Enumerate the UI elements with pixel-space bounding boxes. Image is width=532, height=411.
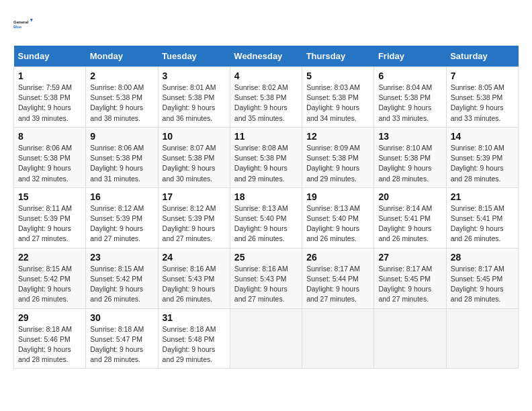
calendar-cell: 8Sunrise: 8:06 AM Sunset: 5:38 PM Daylig… bbox=[14, 127, 86, 187]
day-number: 9 bbox=[90, 131, 153, 142]
svg-text:Blue: Blue bbox=[13, 25, 21, 29]
calendar-cell: 29Sunrise: 8:18 AM Sunset: 5:46 PM Dayli… bbox=[14, 308, 86, 369]
calendar-cell: 28Sunrise: 8:17 AM Sunset: 5:45 PM Dayli… bbox=[446, 248, 518, 308]
calendar-cell: 21Sunrise: 8:15 AM Sunset: 5:41 PM Dayli… bbox=[446, 187, 518, 248]
calendar-cell: 13Sunrise: 8:10 AM Sunset: 5:38 PM Dayli… bbox=[374, 127, 446, 187]
day-info: Sunrise: 8:17 AM Sunset: 5:45 PM Dayligh… bbox=[451, 264, 514, 305]
day-info: Sunrise: 8:06 AM Sunset: 5:38 PM Dayligh… bbox=[18, 143, 81, 184]
day-info: Sunrise: 8:17 AM Sunset: 5:44 PM Dayligh… bbox=[306, 264, 369, 305]
weekday-friday: Friday bbox=[374, 46, 446, 67]
calendar-cell: 10Sunrise: 8:07 AM Sunset: 5:38 PM Dayli… bbox=[158, 127, 230, 187]
day-info: Sunrise: 8:10 AM Sunset: 5:38 PM Dayligh… bbox=[378, 143, 441, 184]
day-info: Sunrise: 8:16 AM Sunset: 5:43 PM Dayligh… bbox=[234, 264, 298, 305]
day-number: 10 bbox=[163, 131, 226, 142]
day-info: Sunrise: 8:13 AM Sunset: 5:40 PM Dayligh… bbox=[306, 203, 369, 244]
calendar-cell: 9Sunrise: 8:06 AM Sunset: 5:38 PM Daylig… bbox=[86, 127, 158, 187]
day-number: 8 bbox=[18, 131, 81, 142]
calendar-cell: 4Sunrise: 8:02 AM Sunset: 5:38 PM Daylig… bbox=[230, 67, 302, 128]
day-info: Sunrise: 8:16 AM Sunset: 5:43 PM Dayligh… bbox=[163, 264, 226, 305]
day-number: 4 bbox=[234, 71, 298, 81]
day-number: 23 bbox=[90, 252, 153, 263]
day-number: 11 bbox=[234, 131, 298, 142]
day-number: 28 bbox=[451, 252, 514, 263]
calendar-cell: 3Sunrise: 8:01 AM Sunset: 5:38 PM Daylig… bbox=[158, 67, 230, 128]
calendar-body: 1Sunrise: 7:59 AM Sunset: 5:38 PM Daylig… bbox=[14, 67, 519, 369]
day-info: Sunrise: 7:59 AM Sunset: 5:38 PM Dayligh… bbox=[18, 83, 81, 124]
svg-text:General: General bbox=[13, 20, 29, 24]
logo: GeneralBlue bbox=[13, 13, 35, 35]
weekday-sunday: Sunday bbox=[14, 46, 86, 67]
day-number: 17 bbox=[163, 191, 226, 202]
day-number: 13 bbox=[378, 131, 441, 142]
calendar-cell: 18Sunrise: 8:13 AM Sunset: 5:40 PM Dayli… bbox=[230, 187, 302, 248]
calendar-cell: 15Sunrise: 8:11 AM Sunset: 5:39 PM Dayli… bbox=[14, 187, 86, 248]
day-info: Sunrise: 8:12 AM Sunset: 5:39 PM Dayligh… bbox=[163, 203, 226, 244]
calendar-cell: 17Sunrise: 8:12 AM Sunset: 5:39 PM Dayli… bbox=[158, 187, 230, 248]
day-info: Sunrise: 8:04 AM Sunset: 5:38 PM Dayligh… bbox=[378, 83, 441, 124]
page-header: GeneralBlue bbox=[13, 13, 519, 35]
day-number: 20 bbox=[378, 191, 441, 202]
day-info: Sunrise: 8:12 AM Sunset: 5:39 PM Dayligh… bbox=[90, 203, 153, 244]
day-info: Sunrise: 8:10 AM Sunset: 5:39 PM Dayligh… bbox=[451, 143, 514, 184]
calendar-cell: 26Sunrise: 8:17 AM Sunset: 5:44 PM Dayli… bbox=[302, 248, 374, 308]
day-info: Sunrise: 8:03 AM Sunset: 5:38 PM Dayligh… bbox=[306, 83, 369, 124]
calendar-cell: 11Sunrise: 8:08 AM Sunset: 5:38 PM Dayli… bbox=[230, 127, 302, 187]
weekday-tuesday: Tuesday bbox=[158, 46, 230, 67]
day-number: 25 bbox=[234, 252, 298, 263]
calendar-cell: 12Sunrise: 8:09 AM Sunset: 5:38 PM Dayli… bbox=[302, 127, 374, 187]
day-number: 3 bbox=[163, 71, 226, 81]
day-number: 24 bbox=[163, 252, 226, 263]
day-number: 5 bbox=[306, 71, 369, 81]
day-info: Sunrise: 8:08 AM Sunset: 5:38 PM Dayligh… bbox=[234, 143, 298, 184]
calendar-cell: 5Sunrise: 8:03 AM Sunset: 5:38 PM Daylig… bbox=[302, 67, 374, 128]
calendar-cell bbox=[374, 308, 446, 369]
day-number: 30 bbox=[90, 312, 153, 323]
day-info: Sunrise: 8:14 AM Sunset: 5:41 PM Dayligh… bbox=[378, 203, 441, 244]
calendar-cell: 2Sunrise: 8:00 AM Sunset: 5:38 PM Daylig… bbox=[86, 67, 158, 128]
day-number: 18 bbox=[234, 191, 298, 202]
week-row-4: 22Sunrise: 8:15 AM Sunset: 5:42 PM Dayli… bbox=[14, 248, 519, 308]
logo-icon: GeneralBlue bbox=[13, 13, 35, 35]
day-number: 29 bbox=[18, 312, 81, 323]
week-row-5: 29Sunrise: 8:18 AM Sunset: 5:46 PM Dayli… bbox=[14, 308, 519, 369]
week-row-1: 1Sunrise: 7:59 AM Sunset: 5:38 PM Daylig… bbox=[14, 67, 519, 128]
day-info: Sunrise: 8:05 AM Sunset: 5:38 PM Dayligh… bbox=[451, 83, 514, 124]
day-info: Sunrise: 8:07 AM Sunset: 5:38 PM Dayligh… bbox=[163, 143, 226, 184]
calendar-cell: 20Sunrise: 8:14 AM Sunset: 5:41 PM Dayli… bbox=[374, 187, 446, 248]
day-number: 31 bbox=[163, 312, 226, 323]
calendar-cell: 19Sunrise: 8:13 AM Sunset: 5:40 PM Dayli… bbox=[302, 187, 374, 248]
day-info: Sunrise: 8:01 AM Sunset: 5:38 PM Dayligh… bbox=[163, 83, 226, 124]
day-info: Sunrise: 8:15 AM Sunset: 5:42 PM Dayligh… bbox=[90, 264, 153, 305]
calendar-cell: 27Sunrise: 8:17 AM Sunset: 5:45 PM Dayli… bbox=[374, 248, 446, 308]
day-info: Sunrise: 8:15 AM Sunset: 5:42 PM Dayligh… bbox=[18, 264, 81, 305]
week-row-3: 15Sunrise: 8:11 AM Sunset: 5:39 PM Dayli… bbox=[14, 187, 519, 248]
day-number: 7 bbox=[451, 71, 514, 81]
calendar-cell bbox=[230, 308, 302, 369]
day-number: 6 bbox=[378, 71, 441, 81]
calendar-cell: 22Sunrise: 8:15 AM Sunset: 5:42 PM Dayli… bbox=[14, 248, 86, 308]
calendar-cell: 14Sunrise: 8:10 AM Sunset: 5:39 PM Dayli… bbox=[446, 127, 518, 187]
calendar-cell: 25Sunrise: 8:16 AM Sunset: 5:43 PM Dayli… bbox=[230, 248, 302, 308]
calendar-cell: 24Sunrise: 8:16 AM Sunset: 5:43 PM Dayli… bbox=[158, 248, 230, 308]
week-row-2: 8Sunrise: 8:06 AM Sunset: 5:38 PM Daylig… bbox=[14, 127, 519, 187]
day-number: 27 bbox=[378, 252, 441, 263]
day-info: Sunrise: 8:18 AM Sunset: 5:48 PM Dayligh… bbox=[163, 324, 226, 365]
svg-marker-2 bbox=[30, 19, 33, 22]
weekday-wednesday: Wednesday bbox=[230, 46, 302, 67]
day-info: Sunrise: 8:18 AM Sunset: 5:46 PM Dayligh… bbox=[18, 324, 81, 365]
day-number: 1 bbox=[18, 71, 81, 81]
calendar-cell: 1Sunrise: 7:59 AM Sunset: 5:38 PM Daylig… bbox=[14, 67, 86, 128]
day-number: 14 bbox=[451, 131, 514, 142]
day-info: Sunrise: 8:09 AM Sunset: 5:38 PM Dayligh… bbox=[306, 143, 369, 184]
weekday-monday: Monday bbox=[86, 46, 158, 67]
day-info: Sunrise: 8:13 AM Sunset: 5:40 PM Dayligh… bbox=[234, 203, 298, 244]
day-number: 12 bbox=[306, 131, 369, 142]
day-number: 15 bbox=[18, 191, 81, 202]
calendar-cell: 16Sunrise: 8:12 AM Sunset: 5:39 PM Dayli… bbox=[86, 187, 158, 248]
day-info: Sunrise: 8:18 AM Sunset: 5:47 PM Dayligh… bbox=[90, 324, 153, 365]
calendar-cell: 6Sunrise: 8:04 AM Sunset: 5:38 PM Daylig… bbox=[374, 67, 446, 128]
day-info: Sunrise: 8:00 AM Sunset: 5:38 PM Dayligh… bbox=[90, 83, 153, 124]
day-info: Sunrise: 8:15 AM Sunset: 5:41 PM Dayligh… bbox=[451, 203, 514, 244]
day-number: 16 bbox=[90, 191, 153, 202]
day-number: 19 bbox=[306, 191, 369, 202]
